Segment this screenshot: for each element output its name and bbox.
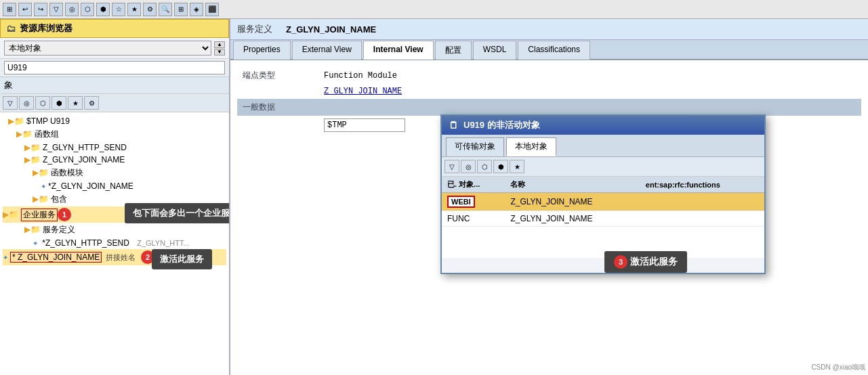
left-tb-btn-6[interactable]: ⚙	[84, 96, 99, 110]
tree-item-join-name-svc[interactable]: ✦ * Z_GLYN_JOIN_NAME 拼接姓名 2 激活此服务	[3, 249, 226, 265]
nav-arrows: ▲ ▼	[214, 41, 225, 56]
popup-row-func-ns	[640, 211, 764, 227]
general-data-section: 一般数据	[237, 99, 861, 116]
enterprise-service-row: ▶📁 企业服务 1 包下面会多出一个企业服务的节点	[3, 206, 226, 223]
table-row-general: 一般数据	[237, 99, 861, 116]
left-toolbar-row: ▽ ◎ ⬡ ⬢ ★ ⚙	[0, 94, 229, 112]
endpoint-name-value[interactable]: Z_GLYN_JOIN_NAME	[318, 84, 861, 99]
table-row-endpoint-type: 端点类型 Function Module	[237, 67, 861, 84]
popup-toolbar: ▽ ◎ ⬡ ⬢ ★	[442, 157, 764, 177]
toolbar-btn-2[interactable]: ↩	[18, 3, 32, 16]
tree-item-func-module[interactable]: ▶📁函数模块	[3, 166, 226, 180]
callout-num-2: 2	[141, 250, 154, 264]
toolbar-btn-8[interactable]: ☆	[112, 3, 125, 16]
popup-table-row-func[interactable]: FUNC Z_GLYN_JOIN_NAME	[442, 211, 764, 227]
callout-text-2: 激活此服务	[152, 249, 212, 269]
panel-header-icon: 🗂	[6, 23, 16, 34]
popup-row-webi-type: WEBI	[442, 193, 505, 211]
popup-tb-btn-2[interactable]: ◎	[461, 160, 476, 173]
tab-wsdl[interactable]: WSDL	[473, 41, 517, 60]
col-ns: ent:sap:rfc:functions	[640, 177, 764, 193]
popup-tab-local[interactable]: 本地对象	[506, 137, 556, 156]
toolbar-btn-14[interactable]: ⬛	[205, 3, 219, 16]
popup-tb-btn-4[interactable]: ⬢	[493, 160, 508, 173]
popup-row-func-type: FUNC	[442, 211, 505, 227]
join-name-suffix: 拼接姓名	[106, 252, 136, 263]
callout-text-1: 包下面会多出一个企业服务的节点	[125, 203, 229, 223]
tree-item-service-def[interactable]: ▶📁服务定义	[3, 223, 226, 237]
popup-tb-btn-3[interactable]: ⬡	[477, 160, 492, 173]
toolbar-btn-7[interactable]: ⬢	[96, 3, 110, 16]
join-name-row: ✦ * Z_GLYN_JOIN_NAME 拼接姓名 2 激活此服务	[3, 249, 226, 265]
left-panel: 🗂 资源库浏览器 本地对象 ▲ ▼ 象 ▽ ◎ ⬡ ⬢ ★ ⚙	[0, 19, 230, 375]
popup-titlebar: 🗒 U919 的非活动对象	[442, 116, 764, 135]
toolbar-btn-4[interactable]: ▽	[49, 3, 63, 16]
top-toolbar: ⊞ ↩ ↪ ▽ ◎ ⬡ ⬢ ☆ ★ ⚙ 🔍 ⊞ ◈ ⬛	[0, 0, 868, 19]
toolbar-btn-11[interactable]: 🔍	[159, 3, 172, 16]
tab-external-view[interactable]: External View	[292, 41, 362, 60]
tab-classifications[interactable]: Classifications	[518, 41, 590, 60]
toolbar-btn-3[interactable]: ↪	[34, 3, 47, 16]
tree-item-funcgroup[interactable]: ▶📁函数组	[3, 127, 226, 141]
popup-row-func-name: Z_GLYN_JOIN_NAME	[505, 211, 640, 227]
scroll-down-btn[interactable]: ▼	[214, 49, 225, 56]
tree-area: ▶📁$TMP U919 ▶📁函数组 ▶📁Z_GLYN_HTTP_SEND ▶📁Z…	[0, 112, 229, 375]
col-status: 已. 对象...	[442, 177, 505, 193]
endpoint-name-label	[237, 84, 318, 99]
service-def-header: 服务定义 Z_GLYN_JOIN_NAME	[230, 19, 868, 40]
tree-item-include[interactable]: ▶📁包含	[3, 192, 226, 206]
popup-content: 已. 对象... 名称 ent:sap:rfc:functions WEBI	[442, 177, 764, 258]
service-def-label: 服务定义	[237, 23, 272, 35]
package-input[interactable]	[324, 118, 405, 132]
tree-item-join-name-func[interactable]: ✦*Z_GLYN_JOIN_NAME	[3, 180, 226, 192]
popup-table-header: 已. 对象... 名称 ent:sap:rfc:functions	[442, 177, 764, 193]
left-tb-btn-5[interactable]: ★	[68, 96, 83, 110]
popup-title: U919 的非活动对象	[463, 119, 540, 131]
panel-header: 🗂 资源库浏览器	[0, 19, 229, 38]
webi-badge: WEBI	[447, 196, 475, 208]
main-layout: 🗂 资源库浏览器 本地对象 ▲ ▼ 象 ▽ ◎ ⬡ ⬢ ★ ⚙	[0, 19, 868, 375]
enterprise-label: 企业服务	[21, 208, 58, 221]
toolbar-btn-13[interactable]: ◈	[190, 3, 203, 16]
scroll-up-btn[interactable]: ▲	[214, 41, 225, 48]
section-label: 象	[0, 77, 229, 94]
popup-dialog: 🗒 U919 的非活动对象 可传输对象 本地对象 ▽ ◎ ⬡ ⬢ ★	[440, 114, 766, 274]
tab-properties[interactable]: Properties	[233, 41, 291, 60]
tree-item-http-send2[interactable]: ✦ *Z_GLYN_HTTP_SEND Z_GLYN_HTT...	[3, 237, 226, 249]
col-name: 名称	[505, 177, 640, 193]
popup-tabs: 可传输对象 本地对象	[442, 135, 764, 157]
toolbar-btn-9[interactable]: ★	[127, 3, 141, 16]
table-row-endpoint-name: Z_GLYN_JOIN_NAME	[237, 84, 861, 99]
endpoint-type-label: 端点类型	[237, 67, 318, 84]
popup-tb-btn-1[interactable]: ▽	[445, 160, 459, 173]
tree-item-tmp[interactable]: ▶📁$TMP U919	[3, 115, 226, 127]
popup-tab-transportable[interactable]: 可传输对象	[446, 137, 504, 156]
tab-bar: Properties External View Internal View 配…	[230, 40, 868, 60]
popup-title-icon: 🗒	[449, 120, 458, 131]
toolbar-btn-1[interactable]: ⊞	[3, 3, 16, 16]
search-input[interactable]	[4, 61, 225, 74]
tree-item-http-send[interactable]: ▶📁Z_GLYN_HTTP_SEND	[3, 141, 226, 154]
left-tb-btn-1[interactable]: ▽	[3, 96, 18, 110]
toolbar-btn-6[interactable]: ⬡	[81, 3, 94, 16]
left-tb-btn-3[interactable]: ⬡	[35, 96, 50, 110]
toolbar-btn-10[interactable]: ⚙	[143, 3, 157, 16]
popup-tb-btn-5[interactable]: ★	[510, 160, 524, 173]
object-type-dropdown[interactable]: 本地对象	[4, 41, 211, 56]
tab-internal-view[interactable]: Internal View	[363, 41, 434, 60]
tab-config[interactable]: 配置	[435, 41, 472, 60]
right-panel: 服务定义 Z_GLYN_JOIN_NAME Properties Externa…	[230, 19, 868, 375]
dropdown-row: 本地对象 ▲ ▼	[0, 38, 229, 59]
popup-table: 已. 对象... 名称 ent:sap:rfc:functions WEBI	[442, 177, 764, 227]
popup-row-webi-name: Z_GLYN_JOIN_NAME	[505, 193, 640, 211]
tree-item-enterprise[interactable]: ▶📁 企业服务 1 包下面会多出一个企业服务的节点	[3, 206, 226, 223]
toolbar-btn-5[interactable]: ◎	[65, 3, 79, 16]
service-def-value: Z_GLYN_JOIN_NAME	[286, 24, 376, 35]
popup-table-row-webi[interactable]: WEBI Z_GLYN_JOIN_NAME	[442, 193, 764, 211]
toolbar-btn-12[interactable]: ⊞	[174, 3, 188, 16]
join-name-label: * Z_GLYN_JOIN_NAME	[10, 252, 102, 263]
left-tb-btn-2[interactable]: ◎	[19, 96, 34, 110]
callout-num-1: 1	[58, 208, 71, 221]
tree-item-join-name[interactable]: ▶📁Z_GLYN_JOIN_NAME	[3, 154, 226, 166]
left-tb-btn-4[interactable]: ⬢	[51, 96, 66, 110]
